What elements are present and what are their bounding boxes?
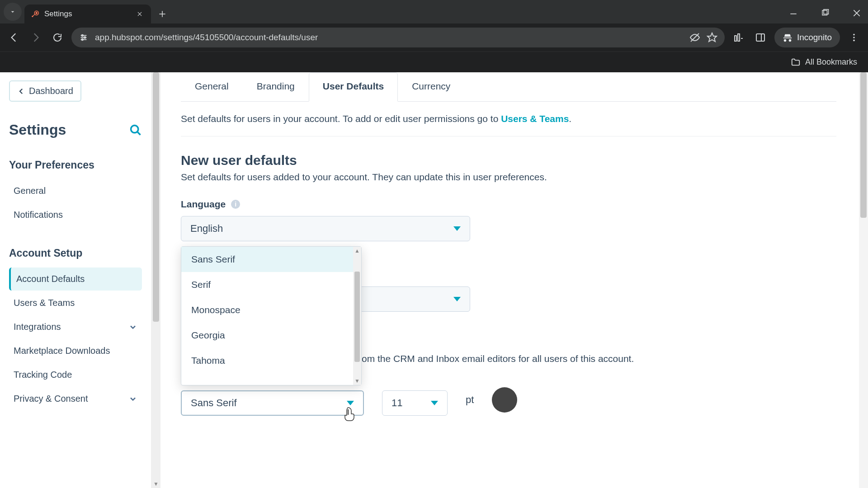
folder-icon xyxy=(791,57,801,67)
window-minimize-button[interactable] xyxy=(787,6,800,20)
site-settings-icon[interactable] xyxy=(79,33,89,42)
sidebar-item-marketplace[interactable]: Marketplace Downloads xyxy=(9,339,142,362)
font-color-swatch[interactable] xyxy=(492,387,517,413)
back-to-dashboard-button[interactable]: Dashboard xyxy=(9,80,81,102)
font-option-sans-serif[interactable]: Sans Serif xyxy=(181,247,361,272)
tab-title: Settings xyxy=(44,9,72,19)
all-bookmarks-button[interactable]: All Bookmarks xyxy=(791,57,857,67)
scrollbar-thumb[interactable] xyxy=(153,72,159,322)
svg-point-26 xyxy=(853,37,855,38)
users-teams-link[interactable]: Users & Teams xyxy=(501,113,569,124)
section-heading: New user defaults xyxy=(181,153,836,168)
window-maximize-button[interactable] xyxy=(818,6,832,20)
svg-point-25 xyxy=(853,34,855,36)
font-option-monospace[interactable]: Monospace xyxy=(181,297,361,323)
font-size-select[interactable]: 11 xyxy=(382,390,448,416)
font-option-georgia[interactable]: Georgia xyxy=(181,323,361,348)
settings-sidebar: Dashboard Settings Your Preferences Gene… xyxy=(0,72,151,488)
svg-point-27 xyxy=(853,40,855,42)
language-label: Language xyxy=(181,199,226,210)
svg-point-17 xyxy=(84,37,86,38)
email-editor-note-tail: om the CRM and Inbox email editors for a… xyxy=(362,353,634,364)
sidebar-section-preferences: Your Preferences xyxy=(9,159,142,171)
tab-intro-text: Set defaults for users in your account. … xyxy=(181,113,836,124)
address-bar[interactable]: app.hubspot.com/settings/45105500/accoun… xyxy=(71,28,725,47)
nav-back-button[interactable] xyxy=(6,30,22,45)
tab-branding[interactable]: Branding xyxy=(243,72,309,101)
font-size-value: 11 xyxy=(392,397,402,409)
dropdown-scrollbar[interactable]: ▲ ▼ xyxy=(353,247,361,385)
sidebar-item-users-teams[interactable]: Users & Teams xyxy=(9,291,142,314)
scrollbar-thumb[interactable] xyxy=(354,272,360,362)
sidebar-item-tracking[interactable]: Tracking Code xyxy=(9,363,142,386)
bookmark-star-icon[interactable] xyxy=(707,32,717,43)
media-control-icon[interactable] xyxy=(731,30,746,45)
svg-point-28 xyxy=(131,125,138,132)
nav-reload-button[interactable] xyxy=(50,30,65,45)
language-field: Language i English xyxy=(181,199,836,241)
font-unit-label: pt xyxy=(466,394,474,406)
caret-down-icon xyxy=(347,401,354,405)
bookmarks-bar: All Bookmarks xyxy=(0,52,868,72)
svg-marker-20 xyxy=(708,33,717,42)
url-text: app.hubspot.com/settings/45105500/accoun… xyxy=(95,33,318,42)
browser-chrome: Settings app.hubspot.com/settings/451055… xyxy=(0,0,868,72)
scrollbar-up-arrow[interactable]: ▲ xyxy=(354,247,361,255)
svg-line-29 xyxy=(137,131,141,135)
side-panel-icon[interactable] xyxy=(753,30,768,45)
sidebar-section-setup: Account Setup xyxy=(9,247,142,259)
page-scrollbar[interactable] xyxy=(859,72,868,488)
font-family-dropdown: Sans Serif Serif Monospace Georgia Tahom… xyxy=(181,246,362,385)
svg-rect-23 xyxy=(756,34,764,41)
incognito-icon xyxy=(783,33,793,42)
search-icon xyxy=(129,124,142,136)
sidebar-item-integrations[interactable]: Integrations xyxy=(9,315,142,338)
sidebar-item-account-defaults[interactable]: Account Defaults xyxy=(9,267,142,291)
font-family-select[interactable]: Sans Serif xyxy=(181,390,364,416)
svg-rect-21 xyxy=(735,36,736,41)
scrollbar-down-arrow[interactable]: ▼ xyxy=(354,377,361,385)
svg-point-16 xyxy=(81,35,83,37)
info-icon[interactable]: i xyxy=(231,200,240,209)
incognito-label: Incognito xyxy=(797,33,832,42)
scrollbar-down-arrow[interactable]: ▼ xyxy=(153,481,159,487)
address-bar-row: app.hubspot.com/settings/45105500/accoun… xyxy=(0,23,868,52)
caret-down-icon xyxy=(453,226,461,231)
chevron-down-icon xyxy=(128,394,137,404)
browser-tab[interactable]: Settings xyxy=(24,5,151,23)
svg-point-18 xyxy=(81,39,83,41)
app-page: ▼ Dashboard Settings Your Preferences Ge… xyxy=(0,72,868,488)
new-tab-button[interactable] xyxy=(155,6,170,22)
incognito-chip[interactable]: Incognito xyxy=(774,28,840,47)
sidebar-item-notifications[interactable]: Notifications xyxy=(9,203,142,226)
sidebar-item-general[interactable]: General xyxy=(9,179,142,202)
language-select[interactable]: English xyxy=(181,216,470,241)
tab-general[interactable]: General xyxy=(181,72,243,101)
font-option-serif[interactable]: Serif xyxy=(181,272,361,297)
browser-menu-button[interactable] xyxy=(846,30,862,45)
tab-currency[interactable]: Currency xyxy=(398,72,464,101)
window-close-button[interactable] xyxy=(850,6,863,20)
window-controls xyxy=(787,6,863,20)
tab-close-button[interactable] xyxy=(136,10,144,18)
font-row: Sans Serif 11 pt xyxy=(181,384,836,416)
eye-off-icon[interactable] xyxy=(689,32,700,43)
language-value: English xyxy=(190,223,223,235)
nav-forward-button[interactable] xyxy=(28,30,43,45)
hubspot-favicon xyxy=(31,10,39,18)
scrollbar-thumb[interactable] xyxy=(860,72,867,218)
tab-search-button[interactable] xyxy=(4,3,22,21)
settings-tabs: General Branding User Defaults Currency xyxy=(181,72,836,102)
font-option-trebuchet[interactable]: Trebuchet MS xyxy=(181,373,361,385)
sidebar-scrollbar[interactable]: ▼ xyxy=(151,72,160,488)
sidebar-item-privacy[interactable]: Privacy & Consent xyxy=(9,387,142,410)
font-family-value: Sans Serif xyxy=(191,397,237,409)
page-title: Settings xyxy=(9,122,66,138)
settings-search-button[interactable] xyxy=(129,124,142,136)
font-option-tahoma[interactable]: Tahoma xyxy=(181,348,361,373)
tab-strip: Settings xyxy=(0,0,868,23)
caret-down-icon xyxy=(453,297,461,301)
tab-user-defaults[interactable]: User Defaults xyxy=(309,72,398,102)
svg-point-3 xyxy=(32,16,33,17)
svg-point-0 xyxy=(36,12,38,14)
